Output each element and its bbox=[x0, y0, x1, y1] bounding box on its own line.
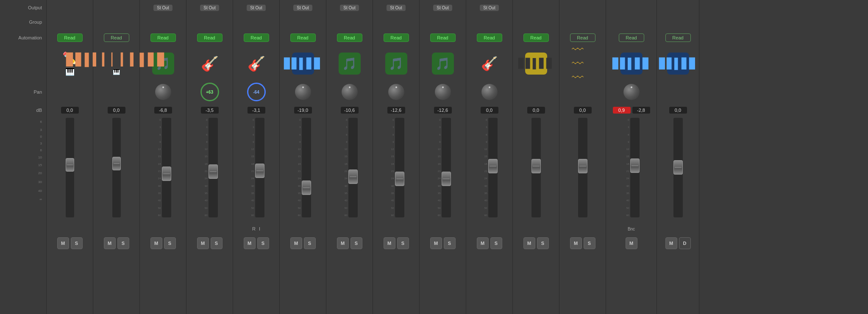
ch10-mute-btn[interactable]: M bbox=[477, 237, 489, 249]
ch13-mute-btn[interactable]: M bbox=[626, 237, 637, 249]
ch9-pan[interactable] bbox=[420, 81, 466, 103]
ch7-fader-track[interactable] bbox=[348, 118, 358, 217]
ch4-mute-btn[interactable]: M bbox=[197, 237, 209, 249]
ch4-fader[interactable]: 0 3 6 9 12 15 18 21 24 30 35 40 50 60 bbox=[186, 117, 233, 223]
ch8-solo-btn[interactable]: S bbox=[397, 237, 409, 249]
ch3-output-btn[interactable]: St Out bbox=[153, 5, 172, 11]
ch13-fader[interactable]: 0 3 6 9 12 15 18 21 24 30 35 40 50 60 bbox=[606, 117, 657, 223]
ch10-read-btn[interactable]: Read bbox=[477, 33, 502, 42]
ch8-pan-knob[interactable] bbox=[388, 84, 404, 100]
ch5-solo-btn[interactable]: S bbox=[257, 237, 269, 249]
ch5-pan[interactable]: -64 bbox=[233, 81, 279, 103]
ch9-mute-btn[interactable]: M bbox=[430, 237, 442, 249]
ch10-fader-track[interactable] bbox=[488, 118, 498, 217]
ch6-mute-btn[interactable]: M bbox=[290, 237, 302, 249]
ch13-pan-knob[interactable] bbox=[623, 84, 640, 100]
ch2-solo-btn[interactable]: S bbox=[117, 237, 129, 249]
ch12-read-btn[interactable]: Read bbox=[570, 33, 595, 42]
ch8-mute-btn[interactable]: M bbox=[384, 237, 395, 249]
ch1-read-btn[interactable]: Read bbox=[57, 33, 83, 42]
ch4-pan-display[interactable]: +63 bbox=[200, 83, 219, 101]
ch13-read-btn[interactable]: Read bbox=[619, 33, 644, 42]
ch12-fader[interactable] bbox=[559, 117, 606, 223]
ch13-fader-handle[interactable] bbox=[630, 158, 640, 173]
ch14-read-btn[interactable]: Read bbox=[665, 33, 691, 42]
ch6-fader-track[interactable] bbox=[302, 118, 311, 217]
ch5-read-btn[interactable]: Read bbox=[244, 33, 269, 42]
ch14-mute-btn[interactable]: M bbox=[665, 237, 677, 249]
ch7-solo-btn[interactable]: S bbox=[351, 237, 362, 249]
ch4-fader-handle[interactable] bbox=[209, 164, 218, 179]
ch3-pan-knob[interactable] bbox=[155, 84, 171, 100]
ch8-pan[interactable] bbox=[373, 81, 419, 103]
ch4-pan[interactable]: +63 bbox=[186, 81, 233, 103]
ch9-pan-knob[interactable] bbox=[435, 84, 451, 100]
ch6-fader-handle[interactable] bbox=[302, 181, 311, 195]
ch4-fader-track[interactable] bbox=[209, 118, 218, 217]
ch6-pan[interactable] bbox=[280, 81, 326, 103]
ch10-output-btn[interactable]: St Out bbox=[480, 5, 498, 11]
ch11-mute-btn[interactable]: M bbox=[523, 237, 535, 249]
ch4-output-btn[interactable]: St Out bbox=[200, 5, 219, 11]
ch4-read-btn[interactable]: Read bbox=[197, 33, 223, 42]
ch7-fader[interactable]: 0 3 6 9 12 15 18 21 24 30 35 40 50 60 bbox=[326, 117, 373, 223]
ch5-fader-handle[interactable] bbox=[255, 164, 264, 178]
ch8-fader[interactable]: 0 3 6 9 12 15 18 21 24 30 35 40 50 60 bbox=[373, 117, 419, 223]
ch1-fader-handle[interactable] bbox=[66, 158, 74, 172]
ch7-pan-knob[interactable] bbox=[342, 84, 358, 100]
ch4-solo-btn[interactable]: S bbox=[211, 237, 223, 249]
ch1-fader-track[interactable] bbox=[66, 118, 74, 217]
ch3-fader[interactable]: 0 3 6 9 12 15 18 21 24 30 35 40 50 60 bbox=[140, 117, 186, 223]
ch12-fader-track[interactable] bbox=[578, 118, 587, 217]
ch9-fader-track[interactable] bbox=[442, 118, 451, 217]
ch10-fader[interactable]: 0 3 6 9 12 15 18 21 24 30 35 40 50 60 bbox=[466, 117, 512, 223]
ch1-mute-btn[interactable]: M bbox=[57, 237, 69, 249]
ch7-fader-handle[interactable] bbox=[348, 170, 358, 184]
ch12-mute-btn[interactable]: M bbox=[570, 237, 582, 249]
ch6-output-btn[interactable]: St Out bbox=[293, 5, 312, 11]
ch9-read-btn[interactable]: Read bbox=[430, 33, 456, 42]
ch14-fader[interactable] bbox=[657, 117, 699, 223]
ch3-mute-btn[interactable]: M bbox=[150, 237, 162, 249]
ch6-pan-knob[interactable] bbox=[295, 84, 311, 100]
ch8-fader-track[interactable] bbox=[395, 118, 404, 217]
ch12-fader-handle[interactable] bbox=[578, 159, 587, 173]
ch14-fader-handle[interactable] bbox=[673, 160, 683, 175]
ch2-read-btn[interactable]: Read bbox=[104, 33, 129, 42]
ch12-solo-btn[interactable]: S bbox=[584, 237, 595, 249]
ch7-read-btn[interactable]: Read bbox=[337, 33, 362, 42]
ch5-output-btn[interactable]: St Out bbox=[247, 5, 265, 11]
ch5-fader[interactable]: 0 3 6 9 12 15 18 21 24 30 35 40 50 60 bbox=[233, 117, 279, 223]
ch11-fader[interactable] bbox=[513, 117, 559, 223]
ch3-pan[interactable] bbox=[140, 81, 186, 103]
ch6-solo-btn[interactable]: S bbox=[304, 237, 316, 249]
ch1-fader[interactable] bbox=[47, 117, 93, 223]
ch11-read-btn[interactable]: Read bbox=[523, 33, 549, 42]
ch8-read-btn[interactable]: Read bbox=[384, 33, 409, 42]
ch14-fader-track[interactable] bbox=[673, 118, 683, 217]
ch7-mute-btn[interactable]: M bbox=[337, 237, 349, 249]
ch1-solo-btn[interactable]: S bbox=[71, 237, 83, 249]
ch9-output-btn[interactable]: St Out bbox=[433, 5, 452, 11]
ch6-read-btn[interactable]: Read bbox=[290, 33, 316, 42]
ch10-pan-knob[interactable] bbox=[481, 84, 498, 100]
ch10-pan[interactable] bbox=[466, 81, 512, 103]
ch14-d-btn[interactable]: D bbox=[679, 237, 691, 249]
ch13-fader-track[interactable] bbox=[630, 118, 640, 217]
ch10-fader-handle[interactable] bbox=[488, 159, 498, 173]
ch5-fader-track[interactable] bbox=[255, 118, 264, 217]
ch3-fader-handle[interactable] bbox=[162, 167, 171, 181]
ch13-pan[interactable] bbox=[606, 81, 657, 103]
ch11-solo-btn[interactable]: S bbox=[537, 237, 549, 249]
ch2-fader-handle[interactable] bbox=[112, 157, 121, 170]
ch9-fader-handle[interactable] bbox=[442, 172, 451, 186]
ch9-solo-btn[interactable]: S bbox=[444, 237, 456, 249]
ch11-fader-track[interactable] bbox=[531, 118, 541, 217]
ch5-mute-btn[interactable]: M bbox=[244, 237, 256, 249]
ch9-fader[interactable]: 0 3 6 9 12 15 18 21 24 30 35 40 50 60 bbox=[420, 117, 466, 223]
ch3-solo-btn[interactable]: S bbox=[164, 237, 176, 249]
ch2-mute-btn[interactable]: M bbox=[104, 237, 116, 249]
ch2-fader-track[interactable] bbox=[112, 118, 121, 217]
ch11-fader-handle[interactable] bbox=[531, 159, 541, 173]
ch8-fader-handle[interactable] bbox=[395, 172, 404, 186]
